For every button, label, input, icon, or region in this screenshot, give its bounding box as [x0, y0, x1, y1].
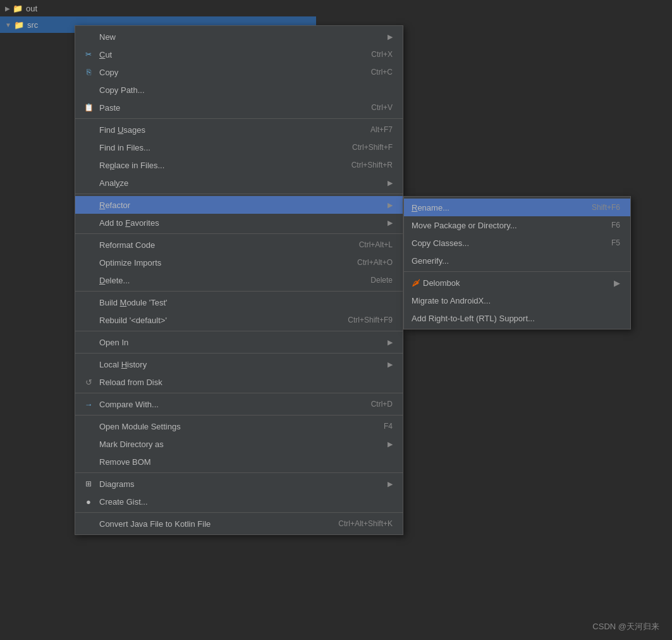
submenu-arrow: ▶	[388, 33, 393, 41]
menu-item-refactor-label: Refactor	[99, 200, 382, 210]
menu-item-optimize-imports[interactable]: Optimize Imports Ctrl+Alt+O	[75, 254, 403, 271]
refactor-submenu: Rename... Shift+F6 Move Package or Direc…	[403, 196, 631, 329]
menu-item-convert-java-to-kotlin[interactable]: Convert Java File to Kotlin File Ctrl+Al…	[75, 515, 403, 532]
separator-10	[75, 512, 403, 513]
favorites-submenu-arrow: ▶	[388, 219, 393, 227]
menu-item-create-gist[interactable]: ● Create Gist...	[75, 493, 403, 510]
menu-item-copy-path-label: Copy Path...	[99, 85, 393, 95]
menu-item-local-history-label: Local History	[99, 360, 382, 369]
submenu-item-copy-classes[interactable]: Copy Classes... F5	[404, 234, 630, 252]
paste-icon: 📋	[82, 103, 95, 112]
menu-item-rebuild-label: Rebuild '<default>'	[99, 316, 335, 325]
reformat-shortcut: Ctrl+Alt+L	[359, 240, 393, 249]
copy-classes-shortcut: F5	[611, 238, 620, 247]
separator-5	[75, 331, 403, 331]
delete-shortcut: Delete	[370, 276, 393, 285]
folder-out-icon: 📁	[13, 4, 23, 13]
menu-item-paste-label: Paste	[99, 103, 358, 113]
menu-item-analyze[interactable]: Analyze ▶	[75, 174, 403, 192]
submenu-item-generify-label: Generify...	[412, 256, 620, 266]
mark-directory-submenu-arrow: ▶	[388, 440, 393, 448]
menu-item-remove-bom-label: Remove BOM	[99, 457, 393, 467]
menu-item-replace-in-files[interactable]: Replace in Files... Ctrl+Shift+R	[75, 156, 403, 174]
optimize-imports-shortcut: Ctrl+Alt+O	[357, 258, 393, 267]
menu-item-delete-label: Delete...	[99, 276, 358, 285]
menu-item-add-to-favorites-label: Add to Favorites	[99, 218, 382, 228]
tree-item-out-label: out	[26, 4, 37, 13]
chili-icon: 🌶	[412, 278, 420, 288]
menu-item-reload-from-disk-label: Reload from Disk	[99, 378, 393, 387]
context-menu: New ▶ ✂ Cut Ctrl+X ⎘ Copy Ctrl+C Copy Pa…	[75, 25, 403, 535]
menu-item-copy[interactable]: ⎘ Copy Ctrl+C	[75, 63, 403, 81]
delombok-submenu-arrow: ▶	[614, 278, 620, 288]
menu-item-copy-label: Copy	[99, 68, 358, 77]
submenu-item-migrate-to-androidx[interactable]: Migrate to AndroidX...	[404, 292, 630, 309]
submenu-item-rename[interactable]: Rename... Shift+F6	[404, 199, 630, 216]
cut-shortcut: Ctrl+X	[371, 50, 393, 59]
submenu-item-delombok-label: Delombok	[423, 278, 609, 288]
menu-item-cut[interactable]: ✂ Cut Ctrl+X	[75, 46, 403, 63]
menu-item-mark-directory-as[interactable]: Mark Directory as ▶	[75, 435, 403, 453]
compare-with-shortcut: Ctrl+D	[371, 400, 393, 409]
menu-item-reload-from-disk[interactable]: ↺ Reload from Disk	[75, 373, 403, 391]
menu-item-add-to-favorites[interactable]: Add to Favorites ▶	[75, 214, 403, 231]
open-in-submenu-arrow: ▶	[388, 338, 393, 347]
menu-item-reformat-code-label: Reformat Code	[99, 240, 346, 250]
menu-item-new-label: New	[99, 32, 382, 42]
menu-item-reformat-code[interactable]: Reformat Code Ctrl+Alt+L	[75, 236, 403, 254]
menu-item-paste[interactable]: 📋 Paste Ctrl+V	[75, 99, 403, 116]
menu-item-find-in-files[interactable]: Find in Files... Ctrl+Shift+F	[75, 138, 403, 156]
menu-item-build-module-label: Build Module 'Test'	[99, 298, 393, 307]
paste-shortcut: Ctrl+V	[371, 103, 393, 112]
menu-item-open-module-settings-label: Open Module Settings	[99, 422, 371, 431]
menu-item-compare-with-label: Compare With...	[99, 400, 358, 409]
menu-item-delete[interactable]: Delete... Delete	[75, 271, 403, 289]
compare-icon: →	[82, 400, 95, 409]
submenu-item-move-package[interactable]: Move Package or Directory... F6	[404, 216, 630, 234]
menu-item-diagrams[interactable]: ⊞ Diagrams ▶	[75, 475, 403, 493]
submenu-item-migrate-to-androidx-label: Migrate to AndroidX...	[412, 296, 620, 305]
find-in-files-shortcut: Ctrl+Shift+F	[352, 143, 393, 152]
menu-item-new[interactable]: New ▶	[75, 28, 403, 46]
separator-1	[75, 118, 403, 119]
analyze-submenu-arrow: ▶	[388, 179, 393, 187]
menu-item-open-in[interactable]: Open In ▶	[75, 333, 403, 351]
submenu-item-copy-classes-label: Copy Classes...	[412, 238, 611, 248]
refactor-separator-1	[404, 271, 630, 272]
menu-item-find-in-files-label: Find in Files...	[99, 143, 339, 152]
submenu-item-delombok[interactable]: 🌶 Delombok ▶	[404, 274, 630, 292]
menu-item-open-in-label: Open In	[99, 338, 382, 347]
submenu-item-generify[interactable]: Generify...	[404, 252, 630, 269]
convert-java-kotlin-shortcut: Ctrl+Alt+Shift+K	[338, 519, 393, 528]
menu-item-build-module[interactable]: Build Module 'Test'	[75, 293, 403, 311]
submenu-item-add-rtl-label: Add Right-to-Left (RTL) Support...	[412, 314, 620, 323]
separator-8	[75, 415, 403, 415]
menu-item-copy-path[interactable]: Copy Path...	[75, 81, 403, 99]
menu-item-replace-in-files-label: Replace in Files...	[99, 161, 339, 170]
menu-item-local-history[interactable]: Local History ▶	[75, 355, 403, 373]
tree-item-out[interactable]: ▶ 📁 out	[0, 0, 316, 16]
menu-item-mark-directory-as-label: Mark Directory as	[99, 440, 382, 449]
reload-icon: ↺	[82, 378, 95, 387]
submenu-item-add-rtl[interactable]: Add Right-to-Left (RTL) Support...	[404, 309, 630, 327]
menu-item-create-gist-label: Create Gist...	[99, 497, 393, 507]
menu-item-compare-with[interactable]: → Compare With... Ctrl+D	[75, 395, 403, 413]
move-package-shortcut: F6	[611, 221, 620, 230]
menu-item-find-usages-label: Find Usages	[99, 125, 358, 135]
separator-6	[75, 353, 403, 354]
menu-item-rebuild[interactable]: Rebuild '<default>' Ctrl+Shift+F9	[75, 311, 403, 329]
submenu-item-rename-label: Rename...	[412, 203, 592, 212]
folder-src-icon: 📁	[14, 20, 24, 30]
menu-item-open-module-settings[interactable]: Open Module Settings F4	[75, 417, 403, 435]
local-history-submenu-arrow: ▶	[388, 360, 393, 369]
menu-item-optimize-imports-label: Optimize Imports	[99, 258, 345, 268]
menu-item-find-usages[interactable]: Find Usages Alt+F7	[75, 121, 403, 138]
arrow-icon: ▶	[5, 5, 10, 12]
github-icon: ●	[82, 497, 95, 507]
cut-icon: ✂	[82, 50, 95, 59]
menu-item-refactor[interactable]: Refactor ▶	[75, 196, 403, 214]
separator-9	[75, 472, 403, 473]
menu-item-remove-bom[interactable]: Remove BOM	[75, 453, 403, 471]
rebuild-shortcut: Ctrl+Shift+F9	[348, 316, 393, 324]
replace-in-files-shortcut: Ctrl+Shift+R	[351, 161, 393, 169]
